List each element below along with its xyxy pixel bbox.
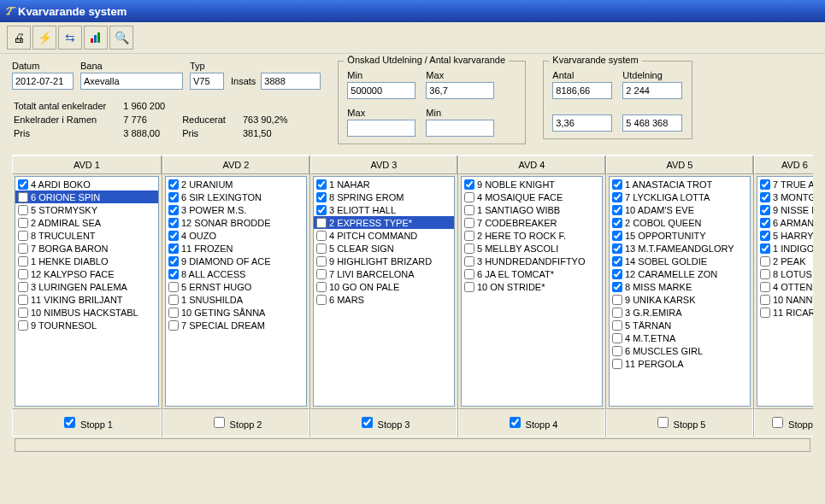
item-checkbox[interactable] <box>18 243 28 254</box>
item-checkbox[interactable] <box>464 231 474 241</box>
item-checkbox[interactable] <box>612 282 622 292</box>
list-item[interactable]: 12 KALYPSO FACE <box>15 267 158 280</box>
list-item[interactable]: 8 ALL ACCESS <box>166 267 306 280</box>
item-checkbox[interactable] <box>18 256 28 267</box>
list-item[interactable]: 9 NOBLE KNIGHT <box>462 178 602 190</box>
item-checkbox[interactable] <box>18 295 28 305</box>
list-item[interactable]: 10 NANNY F <box>757 293 813 306</box>
list-item[interactable]: 5 STORMYSKY <box>15 203 158 216</box>
item-checkbox[interactable] <box>316 295 327 305</box>
item-checkbox[interactable] <box>168 320 179 331</box>
datum-input[interactable] <box>12 73 74 90</box>
item-checkbox[interactable] <box>168 218 179 228</box>
item-checkbox[interactable] <box>18 308 28 318</box>
avd-list[interactable]: 1 NAHAR8 SPRING EROM3 ELIOTT HALL2 EXPRE… <box>313 176 455 407</box>
item-checkbox[interactable] <box>760 282 770 292</box>
list-item[interactable]: 2 COBOL QUEEN <box>610 216 750 229</box>
list-item[interactable]: 7 LIVI BARCELONA <box>314 267 454 280</box>
avd-list[interactable]: 1 ANASTACIA TROT7 LYCKLIGA LOTTA10 ADAM'… <box>609 176 751 407</box>
item-checkbox[interactable] <box>464 256 474 267</box>
typ-input[interactable] <box>190 73 224 90</box>
stopp-checkbox[interactable] <box>64 417 75 428</box>
list-item[interactable]: 3 G.R.EMIRA <box>610 306 750 319</box>
list-item[interactable]: 8 MISS MARKE <box>610 280 750 293</box>
item-checkbox[interactable] <box>612 269 622 279</box>
bana-input[interactable] <box>80 73 183 90</box>
list-item[interactable]: 15 OPPORTUNITY <box>610 229 750 242</box>
stopp-checkbox[interactable] <box>772 417 783 428</box>
kvarv-utdelning-input[interactable] <box>622 82 682 99</box>
list-item[interactable]: 3 MONTGOM <box>757 190 813 203</box>
list-item[interactable]: 7 CODEBREAKER <box>462 216 602 229</box>
list-item[interactable]: 5 MELLBY ASCOLI <box>462 242 602 255</box>
list-item[interactable]: 9 HIGHLIGHT BRIZARD <box>314 255 454 267</box>
item-checkbox[interactable] <box>612 256 622 267</box>
list-item[interactable]: 10 ADAM'S EVE <box>610 203 750 216</box>
list-item[interactable]: 6 SIR LEXINGTON <box>166 190 306 203</box>
item-checkbox[interactable] <box>316 179 327 190</box>
list-item[interactable]: 4 M.T.ETNA <box>610 331 750 344</box>
onskad-max-input[interactable] <box>426 82 494 99</box>
item-checkbox[interactable] <box>464 269 474 279</box>
item-checkbox[interactable] <box>760 231 770 241</box>
item-checkbox[interactable] <box>464 179 474 190</box>
item-checkbox[interactable] <box>760 192 770 202</box>
list-item[interactable]: 11 VIKING BRILJANT <box>15 293 158 306</box>
item-checkbox[interactable] <box>760 205 770 215</box>
item-checkbox[interactable] <box>464 205 474 215</box>
list-item[interactable]: 2 ADMIRAL SEA <box>15 216 158 229</box>
list-item[interactable]: 2 EXPRESS TYPE* <box>314 216 454 229</box>
item-checkbox[interactable] <box>316 282 327 292</box>
list-item[interactable]: 9 TOURNESOL <box>15 319 158 331</box>
item-checkbox[interactable] <box>168 256 179 267</box>
item-checkbox[interactable] <box>316 205 327 215</box>
item-checkbox[interactable] <box>612 320 622 331</box>
list-item[interactable]: 14 SOBEL GOLDIE <box>610 255 750 267</box>
item-checkbox[interactable] <box>316 192 327 202</box>
item-checkbox[interactable] <box>18 282 28 292</box>
list-item[interactable]: 8 LOTUS EL <box>757 267 813 280</box>
item-checkbox[interactable] <box>612 231 622 241</box>
item-checkbox[interactable] <box>612 359 622 369</box>
item-checkbox[interactable] <box>612 205 622 215</box>
list-item[interactable]: 6 MUSCLES GIRL <box>610 344 750 357</box>
item-checkbox[interactable] <box>168 243 179 254</box>
list-item[interactable]: 5 TÄRNAN <box>610 319 750 331</box>
kvarv-antal-input[interactable] <box>552 82 612 99</box>
onskad-min-input[interactable] <box>347 82 415 99</box>
item-checkbox[interactable] <box>612 346 622 356</box>
list-item[interactable]: 2 PEAK <box>757 255 813 267</box>
list-item[interactable]: 3 ELIOTT HALL <box>314 203 454 216</box>
item-checkbox[interactable] <box>760 295 770 305</box>
list-item[interactable]: 5 ERNST HUGO <box>166 280 306 293</box>
avd-list[interactable]: 7 TRUE ADV3 MONTGOM9 NISSE BEA6 ARMANDO5… <box>757 176 813 407</box>
item-checkbox[interactable] <box>612 333 622 343</box>
item-checkbox[interactable] <box>612 243 622 254</box>
item-checkbox[interactable] <box>168 179 179 190</box>
stopp-checkbox[interactable] <box>657 417 669 428</box>
stopp-checkbox[interactable] <box>510 417 521 428</box>
list-item[interactable]: 10 GO ON PALE <box>314 280 454 293</box>
item-checkbox[interactable] <box>316 243 327 254</box>
list-item[interactable]: 9 DIAMOND OF ACE <box>166 255 306 267</box>
list-item[interactable]: 1 SNUSHILDA <box>166 293 306 306</box>
list-item[interactable]: 6 MARS <box>314 293 454 306</box>
avd-list[interactable]: 9 NOBLE KNIGHT4 MOSAIQUE FACE1 SANTIAGO … <box>461 176 603 407</box>
item-checkbox[interactable] <box>18 320 28 331</box>
item-checkbox[interactable] <box>316 269 327 279</box>
item-checkbox[interactable] <box>18 205 28 215</box>
list-item[interactable]: 10 NIMBUS HACKSTABL <box>15 306 158 319</box>
item-checkbox[interactable] <box>18 231 28 241</box>
list-item[interactable]: 4 ARDI BOKO <box>15 178 158 190</box>
list-item[interactable]: 7 BORGA BARON <box>15 242 158 255</box>
stopp-checkbox[interactable] <box>214 417 225 428</box>
list-item[interactable]: 3 HUNDREDANDFIFTYO <box>462 255 602 267</box>
item-checkbox[interactable] <box>612 179 622 190</box>
list-item[interactable]: 11 PERGOLA <box>610 357 750 370</box>
item-checkbox[interactable] <box>612 308 622 318</box>
item-checkbox[interactable] <box>612 295 622 305</box>
list-item[interactable]: 13 M.T.FAMEANDGLORY <box>610 242 750 255</box>
stopp-checkbox[interactable] <box>362 417 373 428</box>
tool-magnifier[interactable]: 🔍 <box>109 26 133 50</box>
list-item[interactable]: 7 SPECIAL DREAM <box>166 319 306 331</box>
